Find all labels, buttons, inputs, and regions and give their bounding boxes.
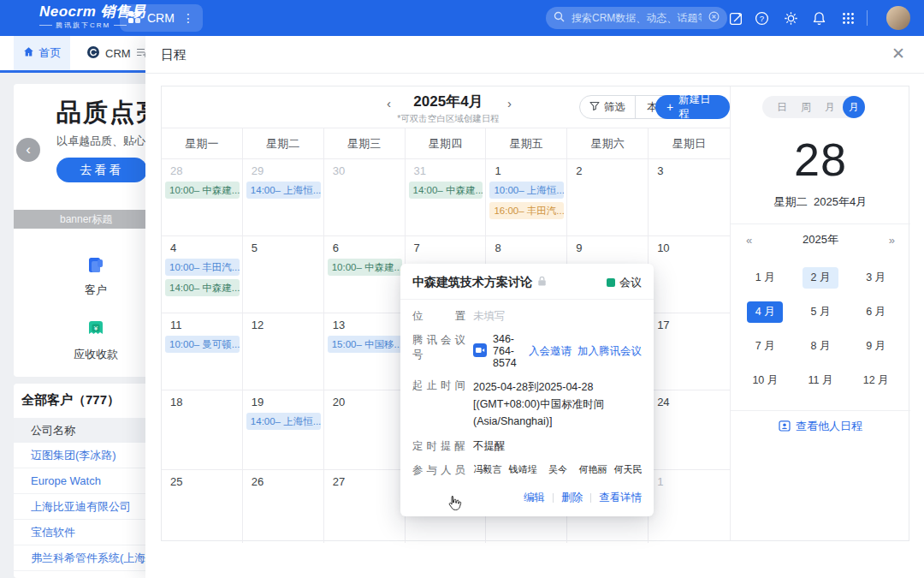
field-label: 腾讯会议号 [412,333,465,362]
calendar-day-cell[interactable]: 2 [567,159,649,236]
field-label: 起止时间 [412,378,465,393]
calendar-event[interactable]: 16:00– 丰田汽... [489,202,564,219]
customers-icon [85,253,107,276]
shortcut-customers[interactable]: 客户 [70,253,121,298]
notifications-bell-icon[interactable] [811,10,826,26]
calendar-day-cell[interactable]: 1914:00– 上海恒... [243,390,324,470]
banner-cta-button[interactable]: 去看看 [56,158,147,182]
delete-link[interactable]: 删除 [561,491,583,505]
prev-year-arrow[interactable]: « [746,234,752,247]
month-cell[interactable]: 10 月 [747,370,783,391]
calendar-day-cell[interactable]: 17 [649,313,730,390]
event-detail-popup: 中森建筑技术方案讨论 会议 位置 未填写 腾讯会议号 346-764-857 [400,264,654,516]
edit-link[interactable]: 编辑 [524,491,545,505]
search-input[interactable] [570,11,703,25]
participant: 何天民 [613,463,643,476]
calendar-day-cell[interactable]: 110:00– 上海恒...16:00– 丰田汽... [486,159,567,236]
month-cell[interactable]: 6 月 [858,301,894,323]
calendar-day-cell[interactable]: 10 [649,236,730,313]
calendar-event[interactable]: 10:00– 丰田汽... [165,259,240,276]
calendar-event[interactable]: 10:00– 曼可顿... [165,336,240,353]
field-value: 未填写 [473,309,506,324]
calendar-event[interactable]: 10:00– 上海恒... [489,182,564,199]
view-option-day[interactable]: 日 [771,100,793,115]
settings-gear-icon[interactable] [783,10,798,26]
month-cell[interactable]: 12 月 [858,370,894,391]
calendar-day-cell[interactable]: 2810:00– 中森建... [162,159,243,236]
view-option-week[interactable]: 周 [795,100,817,115]
new-event-button[interactable]: + 新建日程 [655,95,730,119]
calendar-event[interactable]: 14:00– 中森建... [409,182,483,199]
month-cell[interactable]: 7 月 [747,336,783,357]
calendar-day-cell[interactable]: 24 [649,390,730,470]
view-option-month[interactable]: 月 [819,100,841,115]
tab-home[interactable]: 首页 [14,36,70,70]
calendar-day-cell[interactable]: 1 [649,470,730,543]
calendar-title-block: 2025年4月 *可双击空白区域创建日程 [367,92,530,125]
month-cell[interactable]: 3 月 [858,267,894,289]
day-number: 12 [252,319,323,331]
meeting-number: 346-764-8574 [493,333,523,369]
view-others-link[interactable]: 查看他人日程 [731,411,910,442]
compose-note-icon[interactable] [728,10,743,26]
next-month-arrow[interactable]: › [507,96,512,110]
shortcut-label: 客户 [70,283,121,298]
calendar-event[interactable]: 14:00– 上海恒... [246,413,321,430]
calendar-day-cell[interactable]: 18 [162,390,243,470]
calendar-event[interactable]: 15:00– 中国移... [328,336,402,353]
app-grid-icon [128,11,140,26]
app-switcher-button[interactable]: CRM ⋮ [120,4,203,32]
month-cell-selected[interactable]: 4 月 [747,301,783,323]
calendar-day-cell[interactable]: 1110:00– 曼可顿... [162,313,243,390]
calendar-day-cell[interactable]: 26 [243,470,324,543]
global-search[interactable] [546,7,727,29]
calendar-day-cell[interactable]: 2914:00– 上海恒... [243,159,324,236]
user-avatar[interactable] [886,6,910,30]
mini-calendar-panel: 日 周 月 月 28 星期二 2025年4月 « 2025年 » 1 月 2 月… [731,86,910,540]
calendar-day-cell[interactable]: 1315:00– 中国移... [324,313,406,390]
participant: 冯毅言 [473,463,502,476]
calendar-event[interactable]: 14:00– 上海恒... [246,182,321,199]
tab-crm-label: CRM [105,47,131,60]
calendar-day-cell[interactable]: 3114:00– 中森建... [406,159,487,236]
popup-header: 中森建筑技术方案讨论 会议 [400,264,654,299]
selected-day-number: 28 [731,133,910,186]
banner-prev-arrow[interactable]: ‹ [16,138,40,162]
view-detail-link[interactable]: 查看详情 [599,491,642,505]
month-cell[interactable]: 5 月 [803,301,838,323]
kebab-menu-icon[interactable]: ⋮ [182,11,194,25]
weekday-label: 星期四 [406,128,487,159]
close-icon[interactable]: ✕ [891,44,905,64]
calendar-day-cell[interactable]: 27 [324,470,406,543]
view-option-selected[interactable]: 月 [843,96,865,118]
calendar-event[interactable]: 14:00– 中森建... [165,279,240,296]
plus-icon: + [666,101,673,113]
calendar-day-cell[interactable]: 3 [649,159,730,236]
calendar-day-cell[interactable]: 30 [324,159,406,236]
shortcut-receivables[interactable]: ¥ 应收收款 [70,318,121,362]
calendar-day-cell[interactable]: 610:00– 中森建... [324,236,406,313]
tab-home-label: 首页 [39,45,62,61]
calendar-day-cell[interactable]: 20 [324,390,406,470]
calendar-day-cell[interactable]: 12 [243,313,324,390]
join-meeting-link[interactable]: 加入腾讯会议 [578,344,642,359]
filter-button[interactable]: 筛选 [580,100,635,115]
month-cell[interactable]: 1 月 [747,267,783,289]
month-cell-current[interactable]: 2 月 [803,267,838,289]
month-cell[interactable]: 8 月 [803,336,838,357]
meeting-badge-label: 会议 [619,275,642,290]
next-year-arrow[interactable]: » [889,234,895,247]
calendar-day-cell[interactable]: 5 [243,236,324,313]
search-clear-icon[interactable] [708,10,720,26]
calendar-day-cell[interactable]: 25 [162,470,243,543]
apps-grid-icon[interactable] [840,10,856,26]
calendar-event[interactable]: 10:00– 中森建... [328,259,402,276]
help-icon[interactable]: ? [754,10,769,26]
calendar-event[interactable]: 10:00– 中森建... [165,182,240,199]
invite-link[interactable]: 入会邀请 [529,344,572,359]
topbar: Neocrm 销售易 腾讯旗下CRM CRM ⋮ ? [0,0,924,36]
month-cell[interactable]: 11 月 [803,370,838,391]
calendar-day-cell[interactable]: 410:00– 丰田汽...14:00– 中森建... [162,236,243,313]
timezone: [(GMT+08:00)中国标准时间(Asia/Shanghai)] [473,396,642,430]
month-cell[interactable]: 9 月 [858,336,894,357]
